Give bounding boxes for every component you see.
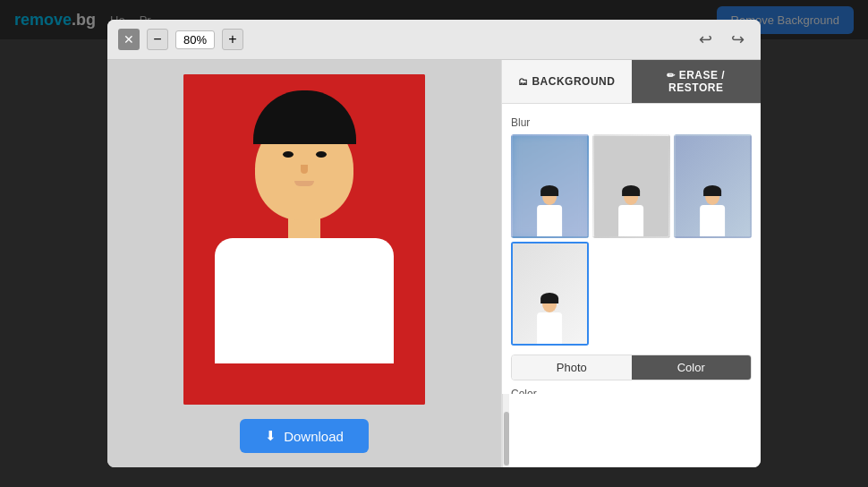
download-button[interactable]: ⬇ Download [240, 419, 369, 453]
scrollbar-thumb [504, 412, 509, 466]
modal-toolbar: ✕ − 80% + ↩ ↪ [107, 20, 761, 60]
zoom-value-display: 80% [175, 30, 215, 49]
tab-background[interactable]: 🗂 BACKGROUND [502, 60, 632, 103]
tab-bar: 🗂 BACKGROUND ✏ ERASE / RESTORE [502, 60, 761, 104]
tab-erase-restore[interactable]: ✏ ERASE / RESTORE [632, 60, 762, 103]
blur-thumbnail-3[interactable] [674, 134, 752, 238]
modal-overlay: ✕ − 80% + ↩ ↪ [0, 0, 868, 487]
panel-content: Blur [502, 104, 761, 394]
blur-thumbnail-2[interactable] [592, 134, 670, 238]
modal-body: ⬇ Download 🗂 BACKGROUND ✏ ERASE / RESTOR… [107, 60, 761, 467]
pencil-icon: ✏ [667, 70, 676, 81]
right-panel: 🗂 BACKGROUND ✏ ERASE / RESTORE Blur [501, 60, 761, 467]
zoom-in-button[interactable]: + [222, 29, 243, 50]
color-section-label: Color [511, 388, 752, 394]
blur-thumbnails-grid [511, 134, 752, 346]
undo-button[interactable]: ↩ [693, 27, 718, 52]
toggle-photo-button[interactable]: Photo [512, 355, 632, 380]
panel-scrollbar[interactable] [502, 394, 509, 467]
blur-thumbnail-1[interactable] [511, 134, 589, 238]
zoom-out-button[interactable]: − [147, 29, 168, 50]
canvas-area: ⬇ Download [107, 60, 501, 467]
blur-thumbnail-4[interactable] [511, 242, 589, 346]
redo-button[interactable]: ↪ [725, 27, 750, 52]
close-button[interactable]: ✕ [118, 29, 140, 50]
photo-color-toggle: Photo Color [511, 355, 752, 380]
image-preview [183, 74, 425, 405]
blur-section-label: Blur [511, 116, 752, 129]
editor-modal: ✕ − 80% + ↩ ↪ [107, 20, 761, 467]
toggle-color-button[interactable]: Color [632, 355, 752, 380]
layers-icon: 🗂 [518, 76, 529, 87]
download-icon: ⬇ [265, 428, 277, 444]
